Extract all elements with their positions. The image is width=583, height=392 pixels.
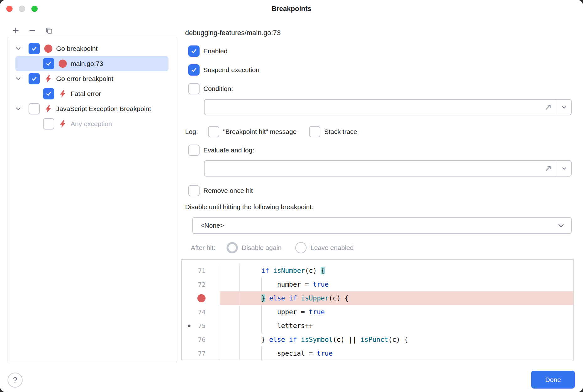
gutter-strip	[220, 278, 240, 291]
code-line-76: 76 } else if isSymbol(c) || isPunct(c) {	[182, 333, 573, 347]
evaluate-label: Evaluate and log:	[203, 146, 254, 154]
code-token	[297, 294, 301, 302]
tree-item-label: Fatal error	[71, 90, 101, 98]
code-text: upper = true	[240, 305, 573, 319]
copy-icon[interactable]	[45, 26, 53, 35]
suspend-checkbox[interactable]	[188, 64, 200, 76]
code-token: true	[313, 281, 329, 288]
remove-once-row: Remove once hit	[188, 185, 253, 196]
log-row: Log: "Breakpoint hit" message Stack trac…	[185, 126, 357, 137]
tree-item-checkbox[interactable]	[43, 118, 54, 130]
tree-row-go-error-breakpoint[interactable]: Go error breakpoint	[8, 71, 177, 86]
remove-breakpoint-icon[interactable]	[28, 26, 37, 35]
code-token: letters++	[245, 322, 313, 330]
evaluate-input[interactable]	[205, 161, 543, 176]
gutter-strip	[220, 347, 240, 360]
gutter: 74	[182, 305, 220, 319]
condition-label: Condition:	[203, 85, 233, 93]
disable-until-value: <None>	[201, 222, 224, 229]
code-text: } else if isUpper(c) {	[240, 291, 573, 305]
evaluate-row: Evaluate and log:	[188, 145, 254, 156]
evaluate-checkbox[interactable]	[188, 145, 200, 156]
breakpoint-circle-icon	[59, 60, 67, 68]
remove-once-checkbox[interactable]	[188, 185, 200, 196]
code-token	[285, 294, 289, 302]
chevron-down-icon[interactable]	[14, 105, 22, 113]
evaluate-input-wrapper	[204, 160, 572, 177]
traffic-lights	[6, 6, 38, 12]
code-line-75: 75 letters++	[182, 319, 573, 333]
stack-trace-checkbox[interactable]	[309, 126, 320, 137]
after-hit-row: After hit: Disable again Leave enabled	[191, 242, 354, 253]
breakpoint-dot-icon[interactable]	[197, 294, 206, 302]
tree-row-fatal-error[interactable]: Fatal error	[8, 86, 177, 101]
code-token	[285, 336, 289, 343]
condition-history-dropdown[interactable]	[557, 100, 571, 115]
tree-item-label: main.go:73	[71, 60, 103, 67]
code-line-72: 72 number = true	[182, 278, 573, 291]
remove-once-label: Remove once hit	[203, 187, 253, 194]
tree-row-any-exception[interactable]: Any exception	[8, 116, 177, 131]
code-token	[245, 267, 261, 274]
error-bolt-icon	[44, 105, 52, 113]
close-window-button[interactable]	[6, 6, 13, 12]
leave-enabled-radio[interactable]	[295, 242, 307, 253]
tree-item-checkbox[interactable]	[29, 73, 40, 84]
breakpoint-hit-message-checkbox[interactable]	[208, 126, 219, 137]
tree-item-checkbox[interactable]	[43, 58, 54, 69]
code-token: isUpper	[301, 294, 329, 302]
gutter-strip	[220, 291, 240, 305]
evaluate-history-dropdown[interactable]	[557, 161, 571, 176]
help-button[interactable]: ?	[8, 373, 23, 388]
chevron-down-icon[interactable]	[14, 45, 22, 53]
tree-item-label: Go breakpoint	[56, 45, 98, 52]
add-breakpoint-icon[interactable]	[11, 26, 20, 35]
condition-row: Condition:	[188, 83, 233, 94]
breakpoints-tree[interactable]: Go breakpointmain.go:73Go error breakpoi…	[8, 37, 177, 363]
tree-row-javascript-exception-breakpoint[interactable]: JavaScript Exception Breakpoint	[8, 101, 177, 116]
tree-item-checkbox[interactable]	[29, 43, 40, 54]
disable-until-select[interactable]: <None>	[192, 217, 572, 234]
tree-item-checkbox[interactable]	[29, 103, 40, 114]
code-token: if	[289, 336, 297, 343]
breakpoints-dialog: Breakpoints Go breakpointmain.go:73Go er…	[0, 0, 583, 392]
code-preview-panel[interactable]: 71 if isNumber(c) {72 number = true } el…	[181, 259, 574, 360]
code-token: number =	[245, 281, 313, 288]
gutter: 77	[182, 347, 220, 360]
code-text: special = true	[240, 347, 573, 360]
disable-again-radio[interactable]	[227, 242, 238, 253]
condition-input-wrapper	[204, 99, 572, 115]
done-button[interactable]: Done	[531, 371, 575, 389]
code-token	[245, 294, 261, 302]
line-number: 71	[198, 267, 206, 274]
gutter-strip	[220, 319, 240, 333]
gutter-strip	[220, 305, 240, 319]
code-token: (c) {	[388, 336, 408, 343]
suspend-row: Suspend execution	[188, 64, 259, 76]
tree-item-checkbox[interactable]	[43, 88, 54, 99]
tree-toolbar	[11, 26, 53, 35]
tree-item-label: Go error breakpoint	[56, 75, 113, 82]
error-bolt-icon	[44, 75, 52, 83]
condition-input[interactable]	[205, 100, 543, 115]
code-token: special =	[245, 350, 317, 357]
expand-editor-icon[interactable]	[543, 164, 553, 173]
code-token: upper =	[245, 308, 309, 316]
expand-editor-icon[interactable]	[543, 103, 553, 112]
breakpoint-hit-message-label: "Breakpoint hit" message	[223, 128, 297, 135]
gutter-strip	[220, 333, 240, 347]
gutter-strip	[220, 264, 240, 278]
line-number: 76	[198, 336, 206, 343]
dialog-title: Breakpoints	[271, 5, 311, 13]
leave-enabled-label: Leave enabled	[310, 244, 354, 252]
suspend-label: Suspend execution	[203, 66, 259, 74]
enabled-checkbox[interactable]	[188, 45, 200, 57]
code-token: (c) {	[329, 294, 349, 302]
after-hit-label: After hit:	[191, 244, 215, 252]
chevron-down-icon[interactable]	[14, 75, 22, 83]
tree-row-go-breakpoint[interactable]: Go breakpoint	[8, 41, 177, 56]
tree-row-main-go-73[interactable]: main.go:73	[15, 56, 168, 71]
condition-checkbox[interactable]	[188, 83, 200, 94]
code-line-73: } else if isUpper(c) {	[182, 291, 573, 305]
zoom-window-button[interactable]	[31, 6, 38, 12]
